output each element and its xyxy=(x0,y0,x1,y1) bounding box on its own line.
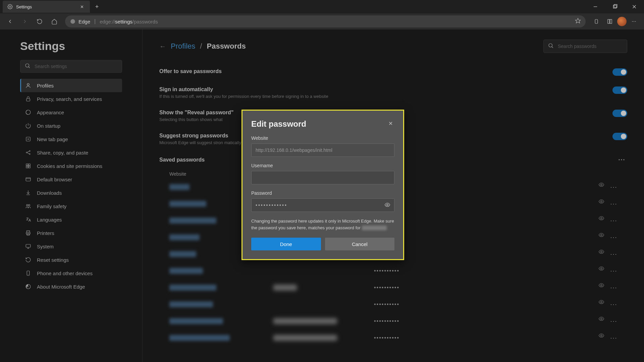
svg-rect-8 xyxy=(595,19,598,23)
minimize-button[interactable] xyxy=(586,0,605,13)
home-button[interactable] xyxy=(48,15,60,27)
svg-rect-3 xyxy=(614,4,617,7)
website-label: Website xyxy=(251,135,394,141)
reveal-password-button[interactable] xyxy=(384,202,390,209)
password-field[interactable] xyxy=(251,198,394,212)
redacted-site xyxy=(362,226,387,230)
username-field[interactable] xyxy=(251,171,394,184)
back-button[interactable] xyxy=(4,15,16,27)
done-button[interactable]: Done xyxy=(251,238,321,250)
close-window-button[interactable] xyxy=(625,0,644,13)
edit-password-dialog: Edit password ✕ Website Username Passwor… xyxy=(241,110,404,260)
collections-button[interactable] xyxy=(604,15,616,27)
edge-badge: Edge xyxy=(70,18,90,24)
dialog-note: Changing the password here updates it on… xyxy=(251,218,394,231)
extension-button[interactable] xyxy=(590,15,602,27)
refresh-button[interactable] xyxy=(34,15,46,27)
menu-button[interactable]: ··· xyxy=(628,15,640,27)
svg-rect-10 xyxy=(610,19,612,23)
gear-icon xyxy=(7,4,13,9)
svg-point-0 xyxy=(9,6,11,7)
username-label: Username xyxy=(251,163,394,168)
tab-strip: Settings ✕ + xyxy=(0,0,103,13)
dialog-close-button[interactable]: ✕ xyxy=(386,119,394,127)
window-controls xyxy=(586,0,644,13)
dialog-title: Edit password xyxy=(251,119,306,129)
new-tab-button[interactable]: + xyxy=(91,1,103,12)
svg-point-55 xyxy=(387,204,388,206)
tab-title: Settings xyxy=(16,4,75,9)
website-field xyxy=(251,143,394,157)
toolbar: Edge | edge://settings/passwords ··· xyxy=(0,13,644,29)
profile-avatar[interactable] xyxy=(617,17,627,26)
password-label: Password xyxy=(251,190,394,196)
titlebar: Settings ✕ + xyxy=(0,0,644,13)
cancel-button[interactable]: Cancel xyxy=(325,238,395,250)
url-text: edge://settings/passwords xyxy=(100,19,158,24)
edge-label: Edge xyxy=(78,19,90,24)
address-bar[interactable]: Edge | edge://settings/passwords xyxy=(65,15,586,27)
svg-point-6 xyxy=(70,19,75,24)
svg-rect-9 xyxy=(608,19,609,23)
tab-settings[interactable]: Settings ✕ xyxy=(3,1,90,13)
maximize-button[interactable] xyxy=(605,0,625,13)
svg-marker-7 xyxy=(576,18,581,23)
forward-button[interactable] xyxy=(19,15,31,27)
address-separator: | xyxy=(94,18,96,24)
tab-close-button[interactable]: ✕ xyxy=(78,3,85,10)
svg-rect-2 xyxy=(613,5,616,8)
favorite-button[interactable] xyxy=(575,18,581,25)
